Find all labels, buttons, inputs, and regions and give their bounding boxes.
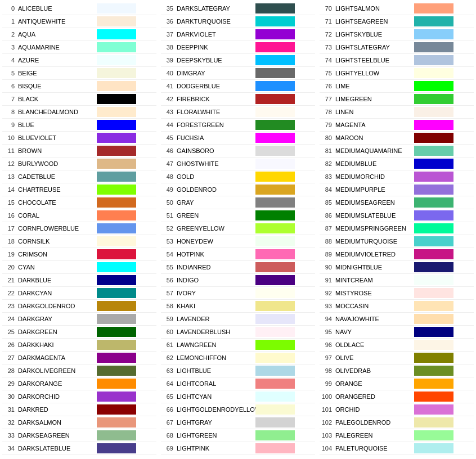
list-item: 92MISTYROSE bbox=[320, 287, 474, 300]
color-swatch bbox=[255, 29, 295, 39]
color-swatch bbox=[255, 430, 295, 440]
color-name: CADETBLUE bbox=[18, 173, 97, 180]
color-swatch bbox=[414, 3, 453, 14]
color-swatch bbox=[97, 68, 136, 78]
color-name: LIGHTGOLDENRODYELLOW bbox=[177, 406, 255, 413]
color-name: MEDIUMSPRINGGREEN bbox=[335, 225, 414, 232]
color-name: INDIANRED bbox=[177, 264, 255, 271]
color-index: 59 bbox=[161, 316, 177, 322]
list-item: 58KHAKI bbox=[161, 300, 315, 313]
color-name: DARKKHAKI bbox=[18, 341, 97, 348]
list-item: 84MEDIUMPURPLE bbox=[320, 183, 474, 196]
color-name: MEDIUMAQUAMARINE bbox=[335, 147, 414, 154]
list-item: 81MEDIUMAQUAMARINE bbox=[320, 145, 474, 158]
color-swatch bbox=[414, 404, 453, 415]
color-index: 17 bbox=[2, 225, 18, 232]
list-item: 80MAROON bbox=[320, 132, 474, 145]
color-index: 43 bbox=[161, 109, 177, 115]
color-swatch bbox=[414, 366, 453, 376]
color-name: LIGHTGRAY bbox=[177, 419, 255, 426]
color-index: 13 bbox=[2, 173, 18, 180]
color-index: 9 bbox=[2, 122, 18, 128]
list-item: 89MEDIUMVIOLETRED bbox=[320, 248, 474, 261]
list-item: 55INDIANRED bbox=[161, 261, 315, 274]
list-item: 33DARKSEAGREEN bbox=[2, 429, 156, 442]
list-item: 44FORESTGREEN bbox=[161, 119, 315, 132]
color-index: 26 bbox=[2, 341, 18, 348]
color-index: 71 bbox=[320, 18, 335, 25]
color-index: 30 bbox=[2, 393, 18, 400]
list-item: 16CORAL bbox=[2, 209, 156, 222]
color-name: DARKSLATEGRAY bbox=[177, 5, 255, 12]
color-name: DARKSLATEBLUE bbox=[18, 445, 97, 452]
color-index: 38 bbox=[161, 44, 177, 51]
color-index: 94 bbox=[320, 316, 335, 322]
list-item: 10BLUEVIOLET bbox=[2, 132, 156, 145]
color-swatch bbox=[97, 275, 136, 285]
color-name: DEEPSKYBLUE bbox=[177, 57, 255, 64]
list-item: 93MOCCASIN bbox=[320, 300, 474, 313]
color-name: HOTPINK bbox=[177, 251, 255, 258]
color-swatch bbox=[255, 184, 295, 195]
color-swatch bbox=[255, 94, 295, 104]
color-index: 12 bbox=[2, 160, 18, 167]
list-item: 98OLIVEDRAB bbox=[320, 364, 474, 377]
color-index: 64 bbox=[161, 380, 177, 387]
color-index: 92 bbox=[320, 290, 335, 296]
color-name: NAVY bbox=[335, 328, 414, 335]
color-swatch bbox=[255, 314, 295, 324]
color-name: MAGENTA bbox=[335, 122, 414, 128]
color-name: ALICEBLUE bbox=[18, 5, 97, 12]
color-index: 25 bbox=[2, 328, 18, 335]
color-index: 29 bbox=[2, 380, 18, 387]
color-swatch bbox=[255, 366, 295, 376]
color-swatch bbox=[255, 146, 295, 156]
color-name: FLORALWHITE bbox=[177, 109, 255, 115]
list-item: 71LIGHTSEAGREEN bbox=[320, 15, 474, 28]
color-swatch bbox=[97, 353, 136, 363]
list-item: 43FLORALWHITE bbox=[161, 106, 315, 119]
color-name: CRIMSON bbox=[18, 251, 97, 258]
color-swatch bbox=[255, 404, 295, 415]
color-index: 86 bbox=[320, 212, 335, 219]
color-name: MEDIUMBLUE bbox=[335, 160, 414, 167]
color-swatch bbox=[414, 340, 453, 350]
color-name: MISTYROSE bbox=[335, 290, 414, 296]
color-swatch bbox=[255, 210, 295, 220]
color-name: LIGHTCORAL bbox=[177, 380, 255, 387]
color-swatch bbox=[255, 107, 295, 117]
list-item: 34DARKSLATEBLUE bbox=[2, 442, 156, 455]
color-index: 75 bbox=[320, 70, 335, 76]
color-index: 81 bbox=[320, 147, 335, 154]
list-item: 6BISQUE bbox=[2, 80, 156, 93]
color-index: 63 bbox=[161, 367, 177, 374]
list-item: 48GOLD bbox=[161, 170, 315, 183]
color-swatch bbox=[255, 81, 295, 91]
list-item: 95NAVY bbox=[320, 326, 474, 339]
color-swatch bbox=[255, 392, 295, 402]
list-item: 59LAVENDER bbox=[161, 313, 315, 326]
color-index: 3 bbox=[2, 44, 18, 51]
list-item: 75LIGHTYELLOW bbox=[320, 67, 474, 80]
color-index: 72 bbox=[320, 31, 335, 38]
color-name: DARKSALMON bbox=[18, 419, 97, 426]
color-swatch bbox=[414, 184, 453, 195]
color-swatch bbox=[255, 340, 295, 350]
color-index: 104 bbox=[320, 445, 335, 452]
list-item: 37DARKVIOLET bbox=[161, 28, 315, 41]
list-item: 36DARKTURQUOISE bbox=[161, 15, 315, 28]
list-item: 64LIGHTCORAL bbox=[161, 377, 315, 390]
color-swatch bbox=[255, 55, 295, 65]
color-index: 57 bbox=[161, 290, 177, 296]
list-item: 67LIGHTGRAY bbox=[161, 416, 315, 429]
color-swatch bbox=[414, 159, 453, 169]
color-index: 55 bbox=[161, 264, 177, 271]
color-swatch bbox=[255, 172, 295, 182]
list-item: 30DARKORCHID bbox=[2, 390, 156, 403]
color-name: IVORY bbox=[177, 290, 255, 296]
color-index: 15 bbox=[2, 199, 18, 206]
color-name: DIMGRAY bbox=[177, 70, 255, 76]
list-item: 14CHARTREUSE bbox=[2, 183, 156, 196]
color-index: 66 bbox=[161, 406, 177, 413]
list-item: 65LIGHTCYAN bbox=[161, 390, 315, 403]
